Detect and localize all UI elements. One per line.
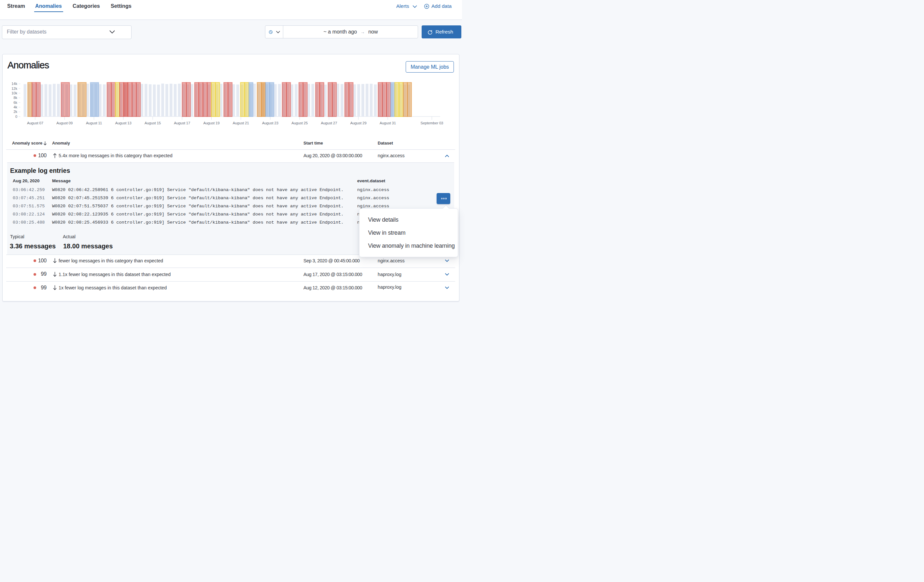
svg-text:10k: 10k	[12, 91, 17, 95]
svg-text:6k: 6k	[13, 101, 17, 104]
svg-text:August 11: August 11	[86, 121, 102, 125]
svg-text:August 07: August 07	[27, 121, 43, 125]
svg-text:August 13: August 13	[115, 121, 132, 125]
svg-text:September 03: September 03	[420, 121, 443, 125]
svg-text:August 15: August 15	[145, 121, 161, 125]
svg-text:August 19: August 19	[203, 121, 220, 125]
svg-text:12k: 12k	[12, 87, 17, 91]
svg-text:14k: 14k	[12, 82, 17, 86]
svg-text:2k: 2k	[13, 110, 17, 114]
svg-text:August 17: August 17	[174, 121, 190, 125]
svg-text:August 31: August 31	[380, 121, 396, 125]
svg-text:8k: 8k	[13, 96, 17, 100]
svg-text:August 21: August 21	[233, 121, 249, 125]
svg-text:August 09: August 09	[56, 121, 73, 125]
svg-text:August 27: August 27	[321, 121, 337, 125]
svg-text:August 25: August 25	[291, 121, 308, 125]
svg-text:0: 0	[15, 115, 17, 119]
svg-text:4k: 4k	[13, 105, 17, 109]
svg-text:August 29: August 29	[350, 121, 366, 125]
svg-text:August 23: August 23	[262, 121, 278, 125]
